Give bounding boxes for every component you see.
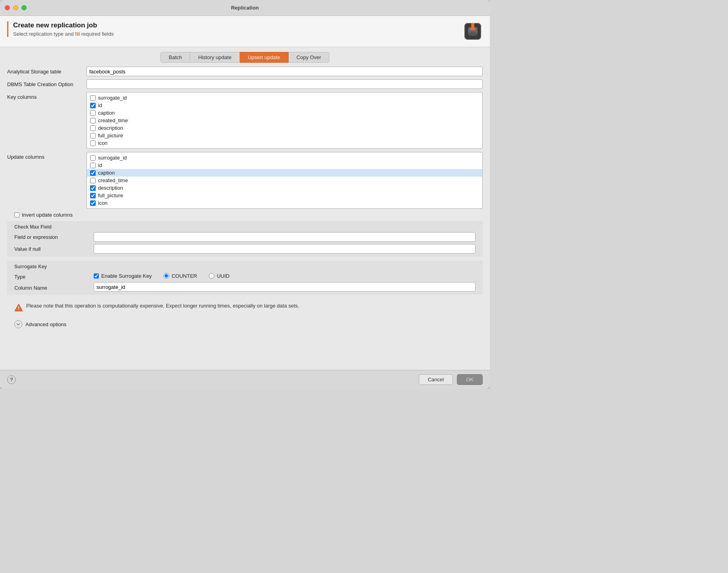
uuid-radio[interactable] xyxy=(209,273,214,279)
key-col-surrogate_id[interactable]: surrogate_id xyxy=(87,94,482,102)
analytical-storage-label: Analytical Storage table xyxy=(7,67,87,75)
subtitle-suffix: required fields xyxy=(80,31,114,37)
key-col-full_picture-checkbox[interactable] xyxy=(90,133,96,138)
upd-col-created_time-label: created_time xyxy=(98,177,128,183)
help-button[interactable]: ? xyxy=(7,375,16,384)
key-col-full_picture[interactable]: full_picture xyxy=(87,132,482,139)
invert-row[interactable]: Invert update columns xyxy=(7,212,483,218)
advanced-chevron-icon[interactable] xyxy=(14,320,22,328)
dbms-creation-control xyxy=(87,79,483,89)
counter-radio[interactable] xyxy=(164,273,169,279)
key-col-created_time[interactable]: created_time xyxy=(87,117,482,124)
upd-col-caption-checkbox[interactable] xyxy=(90,170,96,176)
value-if-null-control xyxy=(94,244,476,254)
key-col-full_picture-label: full_picture xyxy=(98,133,123,138)
field-expression-control xyxy=(94,232,476,242)
key-col-description-label: description xyxy=(98,125,123,131)
dbms-creation-input[interactable] xyxy=(87,79,483,89)
upd-col-icon-checkbox[interactable] xyxy=(90,200,96,206)
upd-col-id[interactable]: id xyxy=(87,162,482,169)
counter-label: COUNTER xyxy=(171,273,197,279)
tabs-bar: Batch History update Upsert update Copy … xyxy=(0,47,490,67)
header-content: Create new replication job Select replic… xyxy=(7,21,114,37)
key-col-created_time-checkbox[interactable] xyxy=(90,118,96,123)
column-name-input[interactable] xyxy=(94,282,476,292)
upd-col-surrogate_id[interactable]: surrogate_id xyxy=(87,154,482,162)
key-col-icon-label: icon xyxy=(98,140,108,146)
page-subtitle: Select replication type and fill require… xyxy=(13,31,114,37)
header: Create new replication job Select replic… xyxy=(0,16,490,47)
key-col-icon-checkbox[interactable] xyxy=(90,140,96,146)
footer: ? Cancel OK xyxy=(0,370,490,389)
svg-rect-6 xyxy=(471,23,474,27)
dbms-creation-row: DBMS Table Creation Option xyxy=(7,79,483,89)
key-col-surrogate_id-checkbox[interactable] xyxy=(90,95,96,101)
traffic-lights xyxy=(5,5,27,10)
counter-option[interactable]: COUNTER xyxy=(164,273,197,279)
maximize-button[interactable] xyxy=(21,5,27,10)
column-name-control xyxy=(94,282,476,292)
check-max-field-title: Check Max Field xyxy=(14,224,476,230)
warning-icon: ! xyxy=(14,303,23,313)
value-if-null-row: Value if null xyxy=(14,244,476,254)
upd-col-icon[interactable]: icon xyxy=(87,199,482,207)
analytical-storage-row: Analytical Storage table xyxy=(7,67,483,76)
key-col-caption[interactable]: caption xyxy=(87,109,482,117)
ok-button[interactable]: OK xyxy=(457,374,483,385)
upd-col-created_time[interactable]: created_time xyxy=(87,177,482,184)
check-max-field-group: Check Max Field Field or expression Valu… xyxy=(7,221,483,257)
uuid-label: UUID xyxy=(217,273,229,279)
upd-col-description-label: description xyxy=(98,185,123,191)
uuid-option[interactable]: UUID xyxy=(209,273,229,279)
footer-right: Cancel OK xyxy=(419,374,483,385)
upd-col-description[interactable]: description xyxy=(87,184,482,192)
key-col-caption-checkbox[interactable] xyxy=(90,110,96,116)
invert-checkbox[interactable] xyxy=(14,212,19,217)
warning-row: ! Please note that this operation is com… xyxy=(7,299,483,317)
key-columns-row: Key columns surrogate_id id xyxy=(7,92,483,149)
upd-col-full_picture[interactable]: full_picture xyxy=(87,192,482,199)
advanced-label: Advanced options xyxy=(25,321,66,327)
tab-upsert-update[interactable]: Upsert update xyxy=(240,52,289,63)
update-columns-list: surrogate_id id caption created_tim xyxy=(87,152,483,209)
app-icon xyxy=(463,21,483,41)
value-if-null-label: Value if null xyxy=(14,244,94,252)
type-row: Type Enable Surrogate Key COUNTER UUI xyxy=(14,272,476,280)
upd-col-caption[interactable]: caption xyxy=(87,169,482,177)
tab-batch[interactable]: Batch xyxy=(160,52,190,63)
subtitle-prefix: Select replication type and xyxy=(13,31,75,37)
tab-copy-over[interactable]: Copy Over xyxy=(289,52,329,63)
upd-col-full_picture-checkbox[interactable] xyxy=(90,193,96,198)
enable-surrogate-option[interactable]: Enable Surrogate Key xyxy=(94,273,152,279)
enable-surrogate-label: Enable Surrogate Key xyxy=(101,273,152,279)
field-expression-input[interactable] xyxy=(94,232,476,242)
key-col-description-checkbox[interactable] xyxy=(90,125,96,131)
close-button[interactable] xyxy=(5,5,10,10)
key-col-id[interactable]: id xyxy=(87,102,482,109)
key-col-surrogate_id-label: surrogate_id xyxy=(98,95,127,101)
upd-col-full_picture-label: full_picture xyxy=(98,192,123,198)
key-col-id-checkbox[interactable] xyxy=(90,103,96,108)
main-window: Replication Create new replication job S… xyxy=(0,0,490,389)
form-area: Analytical Storage table DBMS Table Crea… xyxy=(0,67,490,370)
value-if-null-input[interactable] xyxy=(94,244,476,254)
upd-col-description-checkbox[interactable] xyxy=(90,185,96,191)
cancel-button[interactable]: Cancel xyxy=(419,374,453,385)
key-col-icon[interactable]: icon xyxy=(87,139,482,147)
upd-col-surrogate_id-label: surrogate_id xyxy=(98,155,127,161)
key-col-description[interactable]: description xyxy=(87,124,482,132)
svg-point-4 xyxy=(468,32,478,36)
enable-surrogate-checkbox[interactable] xyxy=(94,273,99,279)
upd-col-id-checkbox[interactable] xyxy=(90,163,96,168)
analytical-storage-control xyxy=(87,67,483,76)
upd-col-surrogate_id-checkbox[interactable] xyxy=(90,155,96,161)
surrogate-key-title: Surrogate Key xyxy=(14,264,476,269)
invert-label: Invert update columns xyxy=(22,212,73,218)
tab-history-update[interactable]: History update xyxy=(190,52,240,63)
analytical-storage-input[interactable] xyxy=(87,67,483,76)
advanced-options-row[interactable]: Advanced options xyxy=(7,317,483,331)
field-expression-row: Field or expression xyxy=(14,232,476,242)
column-name-row: Column Name xyxy=(14,282,476,292)
minimize-button[interactable] xyxy=(13,5,18,10)
upd-col-created_time-checkbox[interactable] xyxy=(90,178,96,183)
